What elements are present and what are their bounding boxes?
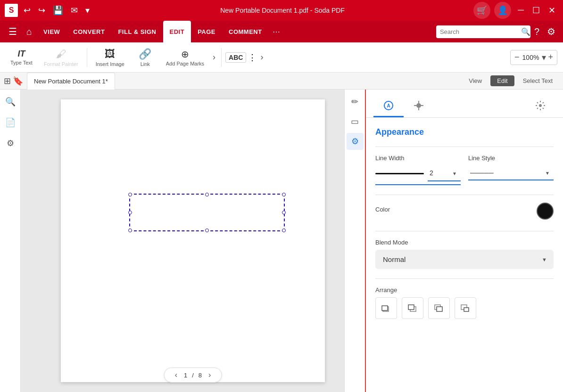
abc-icon[interactable]: ABC [225, 52, 246, 63]
panel-tab-interact[interactable] [404, 95, 434, 117]
cart-button[interactable]: 🛒 [473, 2, 490, 19]
view-tab[interactable]: View [462, 75, 488, 86]
more-toolbar-button[interactable]: › [258, 52, 265, 62]
line-width-control: 1 2 3 4 5 [375, 165, 461, 185]
zoom-out-button[interactable]: − [514, 52, 520, 62]
search-input[interactable] [440, 28, 519, 35]
menu-item-edit[interactable]: EDIT [163, 21, 191, 42]
minimize-button[interactable]: ─ [515, 5, 527, 16]
doc-tab[interactable]: New Portable Document 1* [27, 73, 115, 90]
panel-content: Appearance Line Width 1 2 3 4 [366, 118, 563, 392]
panel-title: Appearance [375, 127, 554, 137]
doc-tabs: ⊞ 🔖 New Portable Document 1* View Edit S… [0, 73, 563, 90]
menu-item-page[interactable]: PAGE [191, 21, 222, 42]
redo-button[interactable]: ↪ [36, 3, 47, 17]
help-button[interactable]: ? [530, 26, 543, 37]
type-text-tool[interactable]: IT Type Text [6, 47, 37, 67]
app-logo: S [5, 4, 18, 17]
arrange-btn-2[interactable] [402, 297, 423, 319]
search-icon: 🔍 [521, 27, 530, 36]
handle-bottom-right[interactable] [282, 229, 286, 232]
insert-image-label: Insert Image [96, 61, 124, 67]
zoom-dropdown-button[interactable]: ▾ [542, 52, 546, 63]
title-bar: S ↩ ↪ 💾 ✉ ▾ New Portable Document 1.pdf … [0, 0, 563, 21]
undo-button[interactable]: ↩ [22, 3, 33, 17]
handle-middle-left[interactable] [128, 211, 132, 214]
divider-3 [375, 231, 554, 231]
float-filter-icon[interactable]: ⚙ [347, 133, 364, 150]
color-label: Color [375, 206, 390, 213]
handle-bottom-left[interactable] [128, 229, 132, 232]
handle-middle-right[interactable] [282, 211, 286, 214]
select-text-tab[interactable]: Select Text [516, 75, 559, 86]
sidebar-search-icon[interactable]: 🔍 [2, 93, 19, 110]
handle-top-right[interactable] [282, 193, 286, 196]
handle-top-left[interactable] [128, 193, 132, 196]
panel-tab-appearance[interactable]: A [373, 95, 404, 117]
link-label: Link [141, 61, 150, 67]
color-row: Color [375, 203, 554, 220]
menu-item-view[interactable]: VIEW [37, 21, 66, 42]
float-layout-icon[interactable]: ▭ [347, 113, 364, 130]
zoom-in-button[interactable]: + [548, 52, 553, 62]
add-page-marks-label: Add Page Marks [166, 61, 204, 66]
search-box: 🔍 [436, 25, 530, 38]
svg-rect-11 [408, 305, 414, 310]
edit-tab[interactable]: Edit [490, 75, 514, 86]
settings-tab-icon [535, 100, 546, 111]
settings-button[interactable]: ⚙ [543, 26, 559, 37]
send-to-back-icon [460, 303, 471, 313]
handle-bottom-center[interactable] [205, 229, 209, 232]
mail-button[interactable]: ✉ [69, 3, 80, 17]
bookmark-toggle[interactable]: 🔖 [13, 76, 23, 86]
arrange-label: Arrange [375, 286, 554, 294]
menu-item-comment[interactable]: COMMENT [222, 21, 269, 42]
save-button[interactable]: 💾 [51, 3, 65, 17]
close-button[interactable]: ✕ [546, 5, 558, 16]
next-page-button[interactable]: › [207, 371, 213, 379]
abc-more-button[interactable]: ⋮ [248, 52, 257, 63]
link-tool[interactable]: 🔗 Link [131, 46, 159, 69]
divider-2 [375, 195, 554, 195]
pagination: ‹ 1 / 8 › [164, 368, 222, 383]
svg-rect-9 [382, 306, 388, 310]
handle-top-center[interactable] [205, 193, 209, 196]
type-text-label: Type Text [10, 60, 33, 65]
line-width-col: Line Width 1 2 3 4 5 [375, 155, 461, 185]
type-text-icon: IT [17, 49, 25, 59]
line-style-select[interactable]: ───── - - - - · · · · [468, 165, 554, 180]
arrange-btn-4[interactable] [455, 297, 476, 319]
view-edit-tabs: View Edit Select Text [462, 75, 559, 86]
toolbar-separator-1 [87, 48, 87, 67]
canvas-area: ‹ 1 / 8 › ✏ ▭ ⚙ [21, 90, 365, 392]
add-page-marks-icon: ⊕ [181, 49, 189, 60]
prev-page-button[interactable]: ‹ [173, 371, 179, 379]
line-width-select[interactable]: 1 2 3 4 5 [428, 165, 461, 181]
insert-image-icon: 🖼 [105, 48, 115, 60]
add-page-marks-tool[interactable]: ⊕ Add Page Marks [161, 47, 209, 68]
arrange-btn-3[interactable] [428, 297, 450, 319]
sidebar-page-icon[interactable]: 📄 [2, 114, 19, 131]
total-pages: 8 [199, 372, 202, 379]
blend-mode-select[interactable]: Normal Multiply Screen Overlay Darken Li… [375, 250, 554, 269]
menu-more-button[interactable]: ⋯ [269, 27, 284, 36]
color-picker[interactable] [537, 203, 554, 220]
toolbar-right: − 100% ▾ + [510, 50, 557, 65]
maximize-button[interactable]: ☐ [530, 5, 543, 16]
panel-tab-settings[interactable] [525, 95, 555, 117]
blend-mode-label: Blend Mode [375, 239, 554, 246]
thumbnail-toggle[interactable]: ⊞ [4, 76, 11, 86]
more-tools-button[interactable]: › [211, 52, 217, 62]
insert-image-tool[interactable]: 🖼 Insert Image [91, 46, 129, 69]
hamburger-menu[interactable]: ☰ [4, 26, 22, 37]
arrange-btn-1[interactable] [375, 297, 397, 319]
sidebar-filter-icon[interactable]: ⚙ [2, 135, 19, 152]
more-title-button[interactable]: ▾ [83, 3, 91, 17]
float-edit-icon[interactable]: ✏ [347, 93, 364, 110]
menu-item-fill-sign[interactable]: FILL & SIGN [111, 21, 163, 42]
home-button[interactable]: ⌂ [22, 26, 37, 37]
format-painter-tool[interactable]: 🖌 Format Painter [39, 46, 83, 69]
user-button[interactable]: 👤 [494, 2, 511, 19]
selected-rectangle[interactable] [129, 194, 285, 231]
menu-item-convert[interactable]: CONVERT [66, 21, 111, 42]
